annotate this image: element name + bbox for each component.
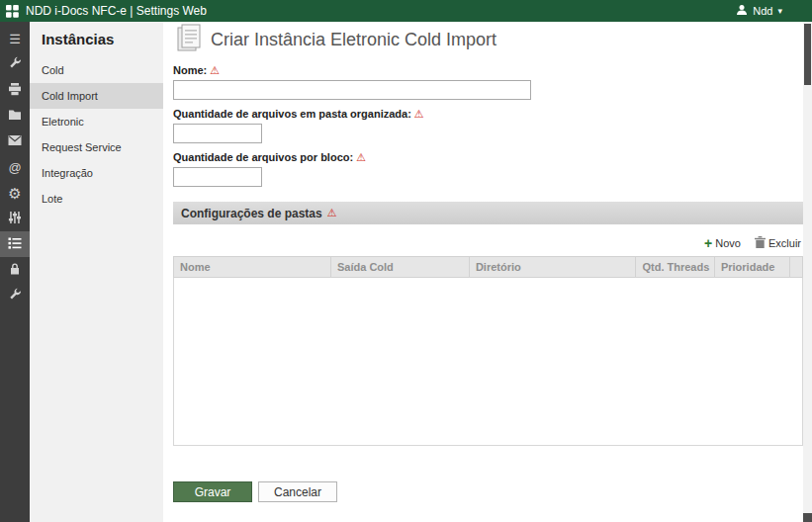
page-title: Criar Instância Eletronic Cold Import: [211, 30, 496, 50]
rail-item-sliders[interactable]: [0, 206, 30, 231]
sidebar-item-lote[interactable]: Lote: [30, 186, 163, 212]
rail-item-menu[interactable]: ☰: [0, 26, 30, 51]
lock-icon: [8, 262, 22, 278]
novo-button[interactable]: + Novo: [704, 236, 741, 250]
user-icon: [736, 4, 748, 18]
required-warning-icon: ⚠: [356, 152, 366, 163]
table-empty-body: [173, 278, 803, 446]
required-warning-icon: ⚠: [210, 65, 220, 76]
page-header: Criar Instância Eletronic Cold Import: [173, 24, 803, 56]
rail-item-security[interactable]: [0, 257, 30, 283]
document-stack-icon: [173, 24, 205, 56]
col-saida-cold[interactable]: Saída Cold: [331, 257, 470, 278]
sidebar-item-cold-import[interactable]: Cold Import: [30, 83, 163, 109]
printer-icon: [8, 82, 22, 98]
scrollbar-thumb[interactable]: [804, 24, 811, 85]
col-extra: [790, 257, 803, 278]
user-name: Ndd: [753, 5, 772, 17]
qtd-bloco-label-row: Quantidade de arquivos por bloco: ⚠: [173, 151, 803, 163]
sidebar-title: Instâncias: [30, 22, 163, 57]
col-prioridade[interactable]: Prioridade: [714, 257, 789, 278]
section-title: Configurações de pastas: [181, 207, 322, 220]
nome-label: Nome:: [173, 64, 207, 76]
app-logo-icon: [6, 5, 19, 18]
chevron-down-icon: ▾: [777, 7, 782, 16]
app-title: NDD i-Docs NFC-e | Settings Web: [26, 4, 207, 18]
mail-icon: [8, 134, 22, 148]
qtd-pasta-input[interactable]: [173, 124, 262, 143]
form-actions: Gravar Cancelar: [173, 481, 803, 502]
scrollbar-corner: [803, 513, 812, 522]
tools-icon: [8, 56, 22, 72]
section-header-configuracoes: Configurações de pastas ⚠: [173, 202, 803, 224]
pastas-table: Nome Saída Cold Diretório Qtd. Threads P…: [173, 256, 803, 278]
required-warning-icon: ⚠: [327, 208, 337, 218]
excluir-label: Excluir: [768, 237, 801, 249]
col-nome[interactable]: Nome: [174, 257, 331, 278]
rail-item-printer[interactable]: [0, 77, 30, 103]
nome-label-row: Nome: ⚠: [173, 64, 803, 76]
sidebar: Instâncias Cold Cold Import Eletronic Re…: [30, 22, 163, 522]
sliders-icon: [8, 211, 22, 226]
gear-icon: ⚙: [8, 186, 21, 201]
folder-icon: [8, 108, 22, 124]
gravar-button[interactable]: Gravar: [173, 481, 252, 502]
user-menu[interactable]: Ndd ▾: [736, 4, 782, 18]
sidebar-item-request-service[interactable]: Request Service: [30, 134, 163, 160]
rail-item-folder[interactable]: [0, 103, 30, 129]
novo-label: Novo: [715, 237, 741, 249]
menu-icon: ☰: [9, 33, 21, 45]
rail-item-settings[interactable]: ⚙: [0, 180, 30, 206]
sidebar-item-eletronic[interactable]: Eletronic: [30, 109, 163, 134]
scrollbar[interactable]: [803, 22, 812, 522]
topbar: NDD i-Docs NFC-e | Settings Web Ndd ▾: [0, 0, 812, 22]
field-qtd-bloco: Quantidade de arquivos por bloco: ⚠: [173, 151, 803, 187]
nome-input[interactable]: [173, 80, 531, 100]
qtd-pasta-label-row: Quantidade de arquivos em pasta organiza…: [173, 108, 803, 120]
wrench-icon: [8, 288, 22, 304]
col-qtd-threads[interactable]: Qtd. Threads: [636, 257, 715, 278]
at-icon: @: [8, 161, 21, 174]
field-nome: Nome: ⚠: [173, 64, 803, 100]
rail-item-at[interactable]: @: [0, 154, 30, 180]
sidebar-item-integracao[interactable]: Integração: [30, 160, 163, 186]
trash-icon: [755, 236, 766, 250]
cancelar-button[interactable]: Cancelar: [258, 481, 337, 502]
table-header-row: Nome Saída Cold Diretório Qtd. Threads P…: [174, 257, 803, 278]
col-diretorio[interactable]: Diretório: [469, 257, 636, 278]
rail-item-tools[interactable]: [0, 51, 30, 77]
field-qtd-pasta: Quantidade de arquivos em pasta organiza…: [173, 108, 803, 143]
rail-item-maintenance[interactable]: [0, 283, 30, 308]
qtd-pasta-label: Quantidade de arquivos em pasta organiza…: [173, 108, 411, 120]
excluir-button[interactable]: Excluir: [755, 236, 801, 250]
main-content: Criar Instância Eletronic Cold Import No…: [163, 22, 812, 522]
list-icon: [8, 237, 22, 251]
grid-toolbar: + Novo Excluir: [173, 236, 801, 250]
required-warning-icon: ⚠: [414, 109, 424, 120]
qtd-bloco-input[interactable]: [173, 167, 262, 187]
rail-item-instances[interactable]: [0, 231, 30, 257]
sidebar-item-cold[interactable]: Cold: [30, 57, 163, 83]
plus-icon: +: [704, 236, 712, 250]
rail-item-mail[interactable]: [0, 129, 30, 154]
qtd-bloco-label: Quantidade de arquivos por bloco:: [173, 151, 353, 163]
icon-rail: ☰ @ ⚙: [0, 22, 30, 522]
